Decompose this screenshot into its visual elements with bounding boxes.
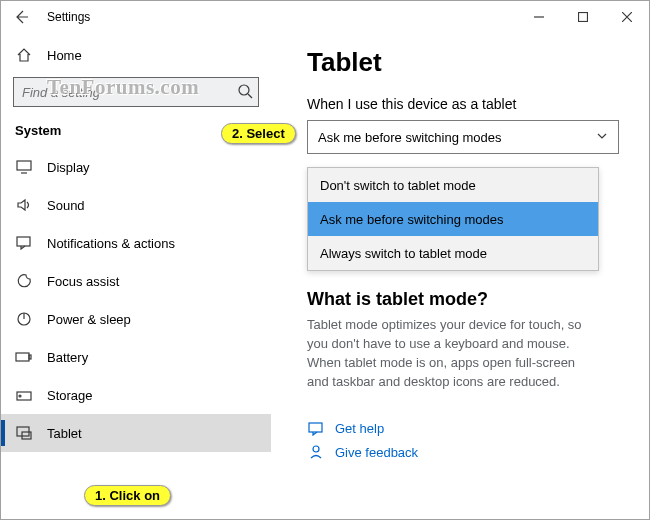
sidebar-item-storage[interactable]: Storage [1, 376, 271, 414]
minimize-button[interactable] [517, 1, 561, 33]
svg-rect-6 [29, 355, 31, 359]
sidebar-item-home[interactable]: Home [1, 37, 271, 73]
callout-step1: 1. Click on [84, 485, 171, 506]
svg-rect-2 [17, 161, 31, 170]
window-title: Settings [47, 10, 90, 24]
maximize-button[interactable] [561, 1, 605, 33]
svg-point-12 [313, 446, 319, 452]
dropdown-option[interactable]: Ask me before switching modes [308, 202, 598, 236]
sidebar: Home System Display Sound Notifications … [1, 33, 271, 519]
battery-icon [15, 351, 33, 363]
search-field[interactable] [13, 77, 259, 107]
storage-icon [15, 388, 33, 402]
svg-rect-5 [16, 353, 29, 361]
sidebar-item-label: Tablet [47, 426, 82, 441]
help-label: Get help [335, 421, 384, 436]
sidebar-item-notifications[interactable]: Notifications & actions [1, 224, 271, 262]
tablet-icon [15, 426, 33, 440]
callout-step2: 2. Select [221, 123, 296, 144]
sidebar-item-display[interactable]: Display [1, 148, 271, 186]
svg-point-8 [19, 395, 21, 397]
svg-rect-11 [309, 423, 322, 432]
sidebar-item-sound[interactable]: Sound [1, 186, 271, 224]
sidebar-item-label: Display [47, 160, 90, 175]
feedback-icon [307, 444, 325, 460]
dropdown-option[interactable]: Always switch to tablet mode [308, 236, 598, 270]
sidebar-item-battery[interactable]: Battery [1, 338, 271, 376]
sidebar-item-label: Notifications & actions [47, 236, 175, 251]
home-icon [15, 47, 33, 63]
close-icon [622, 12, 632, 22]
help-icon [307, 422, 325, 436]
maximize-icon [578, 12, 588, 22]
sidebar-item-power-sleep[interactable]: Power & sleep [1, 300, 271, 338]
page-title: Tablet [307, 47, 625, 78]
display-icon [15, 160, 33, 174]
notifications-icon [15, 236, 33, 250]
dropdown-list: Don't switch to tablet mode Ask me befor… [307, 167, 599, 271]
svg-rect-0 [579, 13, 588, 22]
settings-window: Settings Home System Display [0, 0, 650, 520]
sidebar-item-label: Battery [47, 350, 88, 365]
power-icon [15, 311, 33, 327]
description-text: Tablet mode optimizes your device for to… [307, 316, 597, 391]
close-button[interactable] [605, 1, 649, 33]
sound-icon [15, 198, 33, 212]
tablet-mode-dropdown[interactable]: Ask me before switching modes [307, 120, 619, 154]
focus-assist-icon [15, 273, 33, 289]
svg-point-1 [239, 85, 249, 95]
dropdown-value: Ask me before switching modes [318, 130, 502, 145]
sidebar-item-label: Focus assist [47, 274, 119, 289]
sidebar-item-label: Sound [47, 198, 85, 213]
search-icon [237, 83, 253, 102]
sidebar-item-tablet[interactable]: Tablet [1, 414, 271, 452]
search-input[interactable] [13, 77, 259, 107]
svg-rect-3 [17, 237, 30, 246]
main-content: Tablet When I use this device as a table… [271, 33, 649, 519]
feedback-label: Give feedback [335, 445, 418, 460]
field-label: When I use this device as a tablet [307, 96, 625, 112]
back-arrow-icon [13, 9, 29, 25]
give-feedback-link[interactable]: Give feedback [307, 444, 625, 460]
sidebar-item-focus-assist[interactable]: Focus assist [1, 262, 271, 300]
minimize-icon [534, 12, 544, 22]
get-help-link[interactable]: Get help [307, 421, 625, 436]
sidebar-item-label: Power & sleep [47, 312, 131, 327]
titlebar: Settings [1, 1, 649, 33]
sidebar-item-label: Storage [47, 388, 93, 403]
sub-heading: What is tablet mode? [307, 289, 625, 310]
home-label: Home [47, 48, 82, 63]
window-controls [517, 1, 649, 33]
back-button[interactable] [1, 1, 41, 33]
dropdown-option[interactable]: Don't switch to tablet mode [308, 168, 598, 202]
chevron-down-icon [596, 130, 608, 145]
